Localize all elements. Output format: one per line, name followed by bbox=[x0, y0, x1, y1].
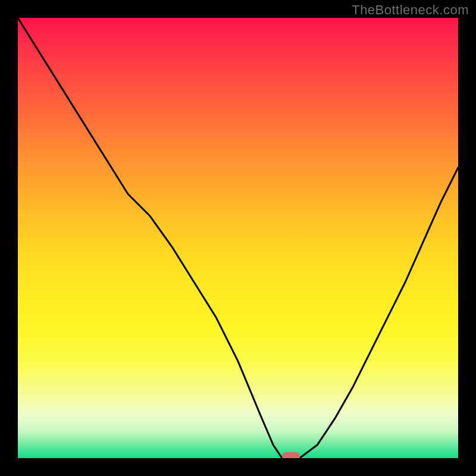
watermark-text: TheBottleneck.com bbox=[352, 2, 469, 18]
plot-area bbox=[18, 18, 458, 458]
bottleneck-curve bbox=[18, 18, 458, 458]
optimum-marker bbox=[282, 452, 300, 458]
chart-frame: TheBottleneck.com bbox=[0, 0, 476, 476]
